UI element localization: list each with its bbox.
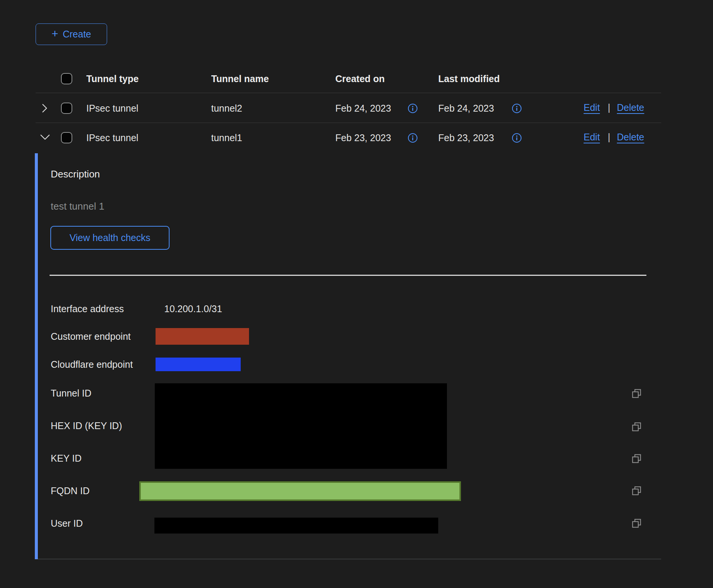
fqdn-id-label: FQDN ID xyxy=(51,485,90,497)
created-on-cell: Feb 23, 2023 xyxy=(335,132,391,144)
key-id-label: KEY ID xyxy=(51,452,82,464)
row-divider xyxy=(36,123,661,123)
description-value: test tunnel 1 xyxy=(51,201,104,212)
row-checkbox[interactable] xyxy=(61,132,72,143)
last-modified-cell: Feb 24, 2023 xyxy=(438,102,494,114)
cloudflare-endpoint-redacted-value xyxy=(156,358,241,371)
action-separator: | xyxy=(608,132,610,143)
edit-link[interactable]: Edit xyxy=(584,132,600,143)
customer-endpoint-label: Customer endpoint xyxy=(51,330,131,342)
hex-id-label: HEX ID (KEY ID) xyxy=(51,420,122,432)
last-modified-cell: Feb 23, 2023 xyxy=(438,132,494,144)
copy-icon[interactable] xyxy=(631,453,642,464)
copy-icon[interactable] xyxy=(631,485,642,496)
tunnel-type-cell: IPsec tunnel xyxy=(86,132,139,144)
select-all-checkbox[interactable] xyxy=(61,73,72,84)
header-last-modified: Last modified xyxy=(438,73,500,85)
info-icon[interactable] xyxy=(512,133,522,143)
view-health-checks-button[interactable]: View health checks xyxy=(50,226,170,250)
create-button[interactable]: + Create xyxy=(36,23,107,45)
delete-link[interactable]: Delete xyxy=(617,102,644,113)
cloudflare-endpoint-label: Cloudflare endpoint xyxy=(51,358,133,370)
fqdn-id-redacted-value xyxy=(139,481,461,501)
info-icon[interactable] xyxy=(512,103,522,114)
user-id-redacted-value xyxy=(154,518,438,534)
expanded-panel-accent-bar xyxy=(35,153,38,559)
tunnel-id-label: Tunnel ID xyxy=(51,387,91,399)
edit-link[interactable]: Edit xyxy=(584,102,600,113)
header-created-on: Created on xyxy=(335,73,385,85)
plus-icon: + xyxy=(51,28,58,39)
id-values-redacted-block xyxy=(155,383,447,469)
info-icon[interactable] xyxy=(408,103,418,114)
header-tunnel-type: Tunnel type xyxy=(86,73,139,85)
table-bottom-divider xyxy=(38,558,661,560)
interface-address-value: 10.200.1.0/31 xyxy=(164,303,222,315)
interface-address-label: Interface address xyxy=(51,303,124,315)
chevron-right-icon[interactable] xyxy=(40,102,49,114)
copy-icon[interactable] xyxy=(631,388,642,399)
copy-icon[interactable] xyxy=(631,518,642,529)
delete-link[interactable]: Delete xyxy=(617,132,644,143)
user-id-label: User ID xyxy=(51,517,83,529)
info-icon[interactable] xyxy=(408,133,418,143)
row-checkbox[interactable] xyxy=(61,103,72,114)
copy-icon[interactable] xyxy=(631,422,642,432)
tunnel-name-cell: tunnel2 xyxy=(211,102,242,114)
created-on-cell: Feb 24, 2023 xyxy=(335,102,391,114)
tunnel-type-cell: IPsec tunnel xyxy=(86,102,139,114)
action-separator: | xyxy=(608,102,610,113)
customer-endpoint-redacted-value xyxy=(156,328,249,345)
create-button-label: Create xyxy=(63,29,91,40)
header-divider xyxy=(36,93,661,93)
section-divider xyxy=(50,275,646,276)
description-label: Description xyxy=(51,168,100,180)
tunnel-name-cell: tunnel1 xyxy=(211,132,242,144)
chevron-down-icon[interactable] xyxy=(39,132,51,142)
header-tunnel-name: Tunnel name xyxy=(211,73,269,85)
